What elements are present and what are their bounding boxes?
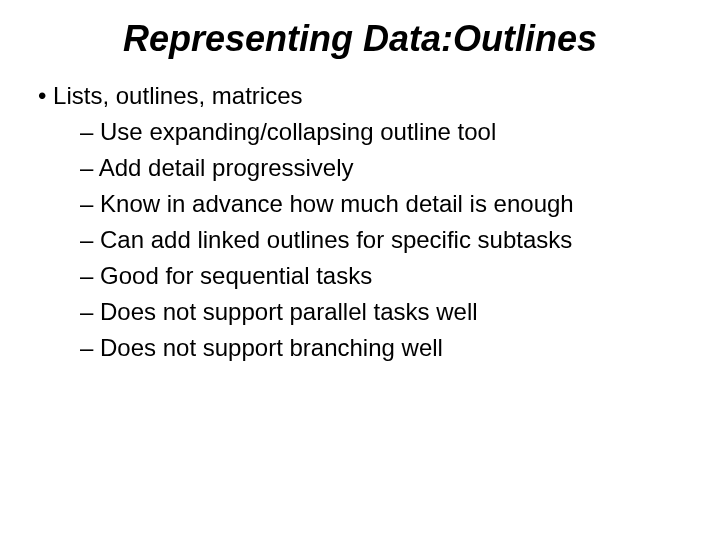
bullet-level-2: – Does not support parallel tasks well bbox=[38, 294, 690, 330]
bullet-level-2: – Add detail progressively bbox=[38, 150, 690, 186]
slide-body: • Lists, outlines, matrices – Use expand… bbox=[30, 78, 690, 366]
bullet-level-2-text: Does not support parallel tasks well bbox=[100, 298, 478, 325]
slide: Representing Data:Outlines • Lists, outl… bbox=[0, 0, 720, 540]
bullet-level-2: – Does not support branching well bbox=[38, 330, 690, 366]
bullet-level-2-text: Can add linked outlines for specific sub… bbox=[100, 226, 572, 253]
bullet-level-1-text: Lists, outlines, matrices bbox=[53, 82, 302, 109]
bullet-level-2-text: Know in advance how much detail is enoug… bbox=[100, 190, 574, 217]
dash-icon: – bbox=[80, 222, 93, 258]
bullet-level-2-text: Does not support branching well bbox=[100, 334, 443, 361]
bullet-level-2-text: Good for sequential tasks bbox=[100, 262, 372, 289]
bullet-level-2: – Use expanding/collapsing outline tool bbox=[38, 114, 690, 150]
bullet-level-1: • Lists, outlines, matrices bbox=[38, 78, 690, 114]
dash-icon: – bbox=[80, 258, 93, 294]
slide-title: Representing Data:Outlines bbox=[30, 18, 690, 60]
dash-icon: – bbox=[80, 114, 93, 150]
dash-icon: – bbox=[80, 186, 93, 222]
bullet-level-2: – Know in advance how much detail is eno… bbox=[38, 186, 690, 222]
bullet-level-2-text: Use expanding/collapsing outline tool bbox=[100, 118, 496, 145]
bullet-level-2-text: Add detail progressively bbox=[99, 154, 354, 181]
bullet-level-2: – Good for sequential tasks bbox=[38, 258, 690, 294]
dash-icon: – bbox=[80, 330, 93, 366]
bullet-dot-icon: • bbox=[38, 78, 46, 114]
bullet-level-2: – Can add linked outlines for specific s… bbox=[38, 222, 690, 258]
dash-icon: – bbox=[80, 150, 93, 186]
dash-icon: – bbox=[80, 294, 93, 330]
